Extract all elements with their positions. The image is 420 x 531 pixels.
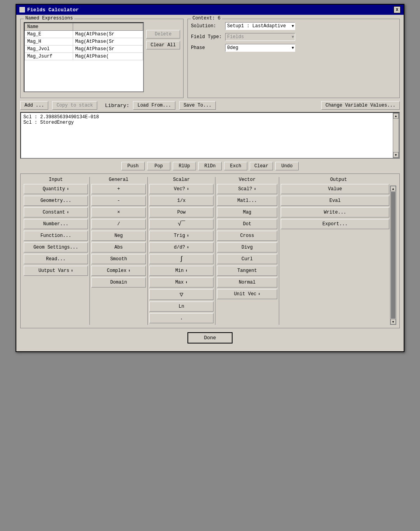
scalar-btn-sqrt[interactable]: √‾ (149, 219, 214, 229)
scalar-btn-ln[interactable]: Ln (149, 301, 214, 312)
scalar-btn-1-x[interactable]: 1/x (149, 196, 214, 206)
general-btn-domain[interactable]: Domain (91, 277, 146, 287)
output-btn-write---[interactable]: Write... (281, 207, 389, 217)
table-row[interactable]: Mag_EMag(AtPhase(Sr (25, 31, 143, 38)
input-header: Input (24, 177, 88, 182)
calc-scroll-down[interactable]: ▼ (390, 319, 396, 324)
output-btn-value[interactable]: Value (281, 184, 389, 194)
done-button[interactable]: Done (187, 332, 232, 343)
table-row[interactable]: Mag_JsurfMag(AtPhase( (25, 53, 143, 60)
scalar-btn-d-d-[interactable]: d/d?⬇ (149, 242, 214, 252)
row-expr: Mag(AtPhase(Sr (73, 31, 143, 38)
phase-label: Phase (191, 45, 222, 51)
col1-header: Name (25, 23, 73, 31)
add-button[interactable]: Add ... (20, 101, 48, 110)
push-button[interactable]: Push (121, 162, 145, 170)
general-btn--[interactable]: + (91, 184, 146, 194)
delete-button[interactable]: Delete (146, 30, 180, 39)
scalar-btn-min[interactable]: Min⬇ (149, 266, 214, 276)
general-btn-neg[interactable]: Neg (91, 231, 146, 241)
stack-buttons-row: Push Pop RlUp RlDn Exch Clear Undo (20, 162, 400, 170)
undo-button[interactable]: Undo (275, 162, 299, 170)
save-to-button[interactable]: Save To... (179, 101, 216, 110)
scalar-column: Scalar Vec?⬇1/xPow√‾Trig⬇d/d?⬇∫Min⬇Max⬇▽… (149, 177, 214, 325)
clear-button[interactable]: Clear (250, 162, 273, 170)
row-name: Mag_H (25, 38, 73, 46)
scalar-btn--[interactable]: . (149, 313, 214, 323)
window-title: Fields Calculator (27, 7, 79, 13)
title-bar: Fields Calculator X (16, 5, 404, 15)
table-row[interactable]: Mag_HMag(AtPhase(Sr (25, 38, 143, 46)
vector-header: Vector (217, 177, 277, 182)
calc-scrollbar[interactable]: ▲ ▼ (390, 186, 396, 325)
general-btn--[interactable]: × (91, 207, 146, 217)
scalar-btn-vec-[interactable]: Vec?⬇ (149, 184, 214, 194)
scroll-up-btn[interactable]: ▲ (393, 113, 399, 119)
vector-btn-divg[interactable]: Divg (217, 242, 277, 252)
output-btn-export---[interactable]: Export... (281, 219, 389, 229)
input-btn-quantity[interactable]: Quantity⬇ (24, 184, 88, 194)
named-expressions-table[interactable]: Name Mag_EMag(AtPhase(SrMag_HMag(AtPhase… (24, 22, 144, 92)
phase-arrow: ▼ (292, 46, 294, 50)
expression-area[interactable]: Scl : 2.39885639490134E-018 Scl : Stored… (20, 112, 400, 159)
scalar-btn-trig[interactable]: Trig⬇ (149, 231, 214, 241)
vector-btn-cross[interactable]: Cross (217, 231, 277, 241)
output-btn-eval[interactable]: Eval (281, 196, 389, 206)
rldn-button[interactable]: RlDn (198, 162, 222, 170)
close-button[interactable]: X (394, 6, 401, 13)
vector-btn-matl---[interactable]: Matl... (217, 196, 277, 206)
input-btn-uutput-vars[interactable]: Uutput Vars⬇ (24, 266, 88, 276)
expression-scrollbar[interactable]: ▲ ▼ (393, 113, 399, 158)
scroll-down-btn[interactable]: ▼ (393, 152, 399, 158)
rlup-button[interactable]: RlUp (173, 162, 196, 170)
vector-column: Vector Scal?⬇Matl...MagDotCrossDivgCurlT… (217, 177, 277, 325)
row-expr: Mag(AtPhase( (73, 53, 143, 60)
input-btn-geometry---[interactable]: Geometry... (24, 196, 88, 206)
scroll-track (393, 119, 399, 152)
change-variable-button[interactable]: Change Variable Values... (321, 101, 400, 110)
context-group: Context: 6 Solution: Setup1 : LastAdapti… (187, 19, 400, 98)
context-title: Context: 6 (191, 16, 222, 21)
input-btn-number---[interactable]: Number... (24, 219, 88, 229)
exch-button[interactable]: Exch (224, 162, 247, 170)
copy-to-stack-button[interactable]: Copy to stack (52, 101, 97, 110)
solution-arrow: ▼ (292, 24, 294, 28)
solution-label: Solution: (191, 23, 222, 29)
vector-btn-dot[interactable]: Dot (217, 219, 277, 229)
field-type-dropdown[interactable]: Fields ▼ (225, 33, 295, 41)
scalar-btn-nabla[interactable]: ▽ (149, 289, 214, 300)
row-expr: Mag(AtPhase(Sr (73, 38, 143, 46)
vector-btn-scal-[interactable]: Scal?⬇ (217, 184, 277, 194)
scalar-btn-pow[interactable]: Pow (149, 207, 214, 217)
general-btn--[interactable]: - (91, 196, 146, 206)
col2-header (73, 23, 143, 31)
vector-btn-tangent[interactable]: Tangent (217, 266, 277, 276)
solution-dropdown[interactable]: Setup1 : LastAdaptive ▼ (225, 22, 295, 30)
field-type-arrow: ▼ (292, 35, 294, 39)
input-btn-geom-settings---[interactable]: Geom Settings... (24, 242, 88, 252)
vector-btn-curl[interactable]: Curl (217, 254, 277, 264)
named-expressions-title: Named Expressions (24, 16, 74, 21)
scalar-header: Scalar (149, 177, 214, 182)
phase-dropdown[interactable]: 0deg ▼ (225, 44, 295, 52)
general-btn-smooth[interactable]: Smooth (91, 254, 146, 264)
input-btn-function---[interactable]: Function... (24, 231, 88, 241)
general-btn-complex[interactable]: Complex⬇ (91, 266, 146, 276)
vector-btn-mag[interactable]: Mag (217, 207, 277, 217)
vector-btn-normal[interactable]: Normal (217, 277, 277, 287)
row-name: Mag_Jvol (25, 46, 73, 53)
load-from-button[interactable]: Load From... (133, 101, 175, 110)
pop-button[interactable]: Pop (147, 162, 170, 170)
calc-scroll-thumb (391, 192, 396, 319)
vector-btn-unit-vec[interactable]: Unit Vec⬇ (217, 289, 277, 299)
clear-all-button[interactable]: Clear All (146, 41, 180, 49)
calc-scroll-up[interactable]: ▲ (390, 186, 396, 191)
input-btn-read---[interactable]: Read... (24, 254, 88, 264)
input-btn-constant[interactable]: Constant⬇ (24, 207, 88, 217)
table-row[interactable]: Mag_JvolMag(AtPhase(Sr (25, 46, 143, 53)
general-btn--[interactable]: / (91, 219, 146, 229)
general-btn-abs[interactable]: Abs (91, 242, 146, 252)
general-header: General (91, 177, 146, 182)
scalar-btn-integral[interactable]: ∫ (149, 254, 214, 264)
scalar-btn-max[interactable]: Max⬇ (149, 277, 214, 287)
